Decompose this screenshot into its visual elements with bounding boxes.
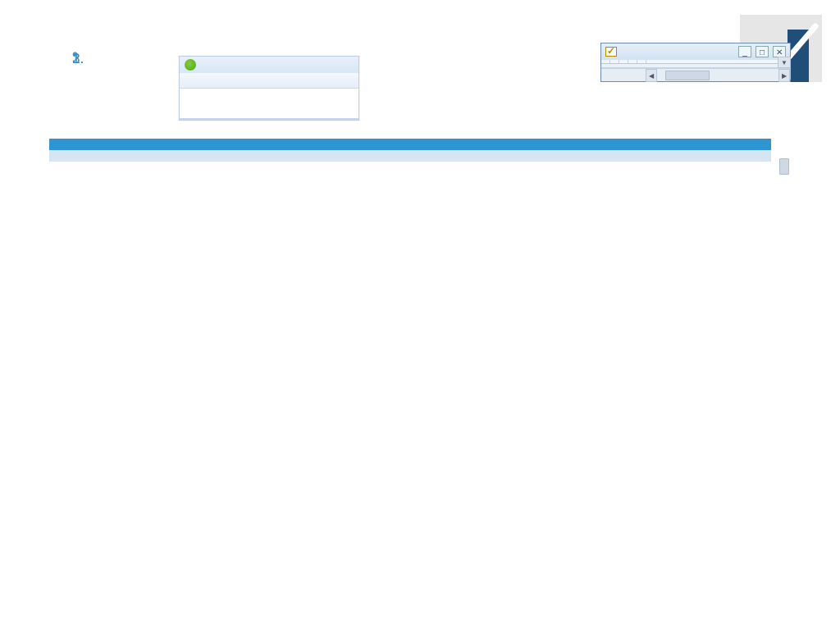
close-button[interactable]: ✕ — [773, 46, 786, 57]
series-icon — [605, 47, 617, 57]
table-cell-function — [49, 150, 238, 162]
series-titlebar: _ □ ✕ — [601, 43, 790, 60]
scroll-right-icon[interactable]: ▶ — [778, 69, 790, 82]
maximize-button[interactable]: □ — [756, 46, 769, 57]
eviews-menubar — [180, 73, 358, 89]
eviews-command-input[interactable] — [180, 89, 358, 120]
series-window: _ □ ✕ ▲ ▼ — [600, 43, 791, 82]
eviews-command-window — [179, 56, 359, 121]
horizontal-scrollbar[interactable]: ◀ ▶ — [601, 68, 790, 81]
hscroll-thumb[interactable] — [665, 71, 710, 80]
tool-more[interactable] — [637, 60, 646, 63]
table-header-description — [238, 139, 771, 150]
tool-properties[interactable] — [628, 60, 637, 63]
tool-proc[interactable] — [610, 60, 619, 63]
scroll-left-icon[interactable]: ◀ — [646, 69, 657, 82]
function-table — [49, 139, 771, 162]
minimize-button[interactable]: _ — [738, 46, 751, 57]
tool-view[interactable] — [601, 60, 610, 63]
eviews-app-icon — [185, 59, 196, 71]
scroll-down-icon[interactable]: ▼ — [778, 57, 791, 68]
table-header-function — [49, 139, 238, 150]
tool-object[interactable] — [619, 60, 628, 63]
eviews-titlebar — [180, 57, 358, 73]
table-cell-description — [238, 150, 771, 162]
scroll-thumb[interactable] — [779, 158, 789, 175]
